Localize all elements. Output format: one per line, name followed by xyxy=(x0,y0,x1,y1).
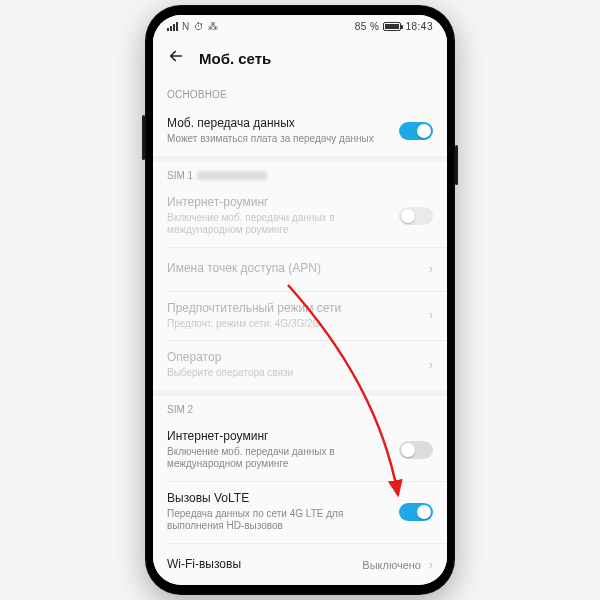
chevron-right-icon: › xyxy=(429,308,433,322)
chevron-right-icon: › xyxy=(429,558,433,572)
sim2-volte-title: Вызовы VoLTE xyxy=(167,491,399,506)
sim2-volte-toggle[interactable] xyxy=(399,503,433,521)
chevron-right-icon: › xyxy=(429,262,433,276)
sim1-apn-title: Имена точек доступа (APN) xyxy=(167,261,429,276)
battery-percent: 85 % xyxy=(355,21,380,32)
status-right: 85 % 18:43 xyxy=(355,21,433,32)
sim1-name-redacted xyxy=(197,171,267,180)
row-sim2-volte[interactable]: Вызовы VoLTE Передача данных по сети 4G … xyxy=(153,481,447,543)
sim1-netmode-sub: Предпочт. режим сети: 4G/3G/2G xyxy=(167,318,429,331)
mobile-data-title: Моб. передача данных xyxy=(167,116,399,131)
sim2-wificall-value: Выключено xyxy=(362,559,421,571)
sim2-roaming-toggle[interactable] xyxy=(399,441,433,459)
row-sim1-operator[interactable]: Оператор Выберите оператора связи › xyxy=(153,340,447,390)
mobile-data-toggle[interactable] xyxy=(399,122,433,140)
clock: 18:43 xyxy=(405,21,433,32)
status-bar: N ⏱ ⁂ 85 % 18:43 xyxy=(153,15,447,37)
sim1-roaming-sub: Включение моб. передачи данных в междуна… xyxy=(167,212,399,237)
group-sim1: SIM 1 Интернет-роуминг Включение моб. пе… xyxy=(153,162,447,390)
sim1-operator-title: Оператор xyxy=(167,350,429,365)
row-sim1-netmode[interactable]: Предпочтительный режим сети Предпочт. ре… xyxy=(153,291,447,341)
nfc-icon: N xyxy=(182,21,190,32)
sim1-roaming-toggle[interactable] xyxy=(399,207,433,225)
back-icon[interactable] xyxy=(167,47,185,69)
status-left: N ⏱ ⁂ xyxy=(167,21,219,32)
sim2-label: SIM 2 xyxy=(153,396,447,419)
alarm-icon: ⏱ xyxy=(194,21,205,32)
sim1-operator-sub: Выберите оператора связи xyxy=(167,367,429,380)
group-main: ОСНОВНОЕ Моб. передача данных Может взим… xyxy=(153,79,447,156)
sim2-volte-sub: Передача данных по сети 4G LTE для выпол… xyxy=(167,508,399,533)
row-mobile-data[interactable]: Моб. передача данных Может взиматься пла… xyxy=(153,106,447,156)
bluetooth-icon: ⁂ xyxy=(208,21,219,32)
chevron-right-icon: › xyxy=(429,358,433,372)
sim2-roaming-title: Интернет-роуминг xyxy=(167,429,399,444)
battery-icon xyxy=(383,22,401,31)
header-bar: Моб. сеть xyxy=(153,37,447,79)
sim1-label: SIM 1 xyxy=(153,162,447,185)
sim2-wificall-title: Wi-Fi-вызовы xyxy=(167,557,362,572)
row-sim2-roaming[interactable]: Интернет-роуминг Включение моб. передачи… xyxy=(153,419,447,481)
section-header-main: ОСНОВНОЕ xyxy=(153,79,447,106)
group-sim2: SIM 2 Интернет-роуминг Включение моб. пе… xyxy=(153,396,447,586)
sim2-roaming-sub: Включение моб. передачи данных в междуна… xyxy=(167,446,399,471)
row-sim1-apn[interactable]: Имена точек доступа (APN) › xyxy=(153,247,447,291)
mobile-data-sub: Может взиматься плата за передачу данных xyxy=(167,133,399,146)
signal-icon xyxy=(167,22,178,31)
phone-frame: N ⏱ ⁂ 85 % 18:43 Моб. сеть ОСНОВНОЕ Моб xyxy=(145,5,455,595)
screen: N ⏱ ⁂ 85 % 18:43 Моб. сеть ОСНОВНОЕ Моб xyxy=(153,15,447,585)
row-sim2-wificall[interactable]: Wi-Fi-вызовы Выключено › xyxy=(153,543,447,586)
sim1-roaming-title: Интернет-роуминг xyxy=(167,195,399,210)
row-sim1-roaming[interactable]: Интернет-роуминг Включение моб. передачи… xyxy=(153,185,447,247)
page-title: Моб. сеть xyxy=(199,50,271,67)
scroll-content[interactable]: ОСНОВНОЕ Моб. передача данных Может взим… xyxy=(153,79,447,585)
sim1-netmode-title: Предпочтительный режим сети xyxy=(167,301,429,316)
